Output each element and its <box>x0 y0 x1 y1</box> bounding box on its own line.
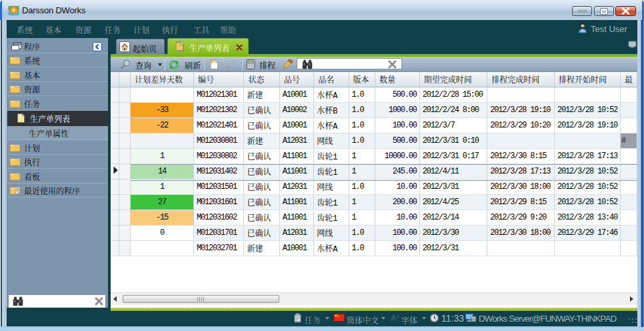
svg-text:s: s <box>397 314 399 319</box>
svg-text:A: A <box>391 314 397 322</box>
